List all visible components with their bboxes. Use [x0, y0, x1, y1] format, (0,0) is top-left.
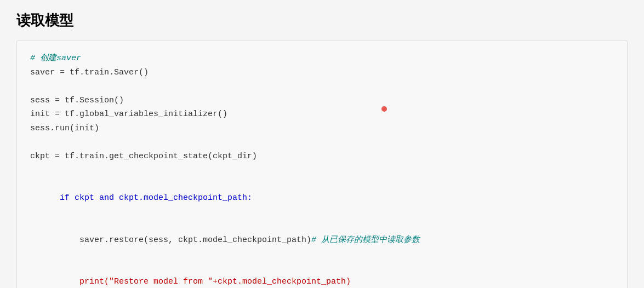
code-empty-1	[30, 79, 614, 94]
code-line-sess: sess = tf.Session()	[30, 94, 614, 108]
code-line-sessrun: sess.run(init)	[30, 122, 614, 136]
code-line-init: init = tf.global_variables_initializer()	[30, 107, 614, 122]
page-container: 读取模型 # 创建saver saver = tf.train.Saver() …	[0, 0, 644, 288]
code-line-restore: saver.restore(sess, ckpt.model_checkpoin…	[30, 219, 614, 261]
code-line-saver: saver = tf.train.Saver()	[30, 66, 614, 80]
code-restore-indent: saver.restore(sess, ckpt.model_checkpoin…	[60, 235, 311, 245]
code-restore-comment: # 从已保存的模型中读取参数	[311, 235, 420, 245]
code-line-print: print("Restore model from "+ckpt.model_c…	[30, 261, 614, 289]
code-print-indent: print("Restore model from "+ckpt.model_c…	[60, 277, 351, 286]
keyword-and-context: ckpt and ckpt.model_checkpoint_path:	[75, 193, 252, 203]
code-line-if: if ckpt and ckpt.model_checkpoint_path:	[30, 177, 614, 220]
keyword-if: if	[60, 193, 75, 203]
page-title: 读取模型	[16, 11, 628, 30]
code-empty-3	[30, 163, 614, 177]
code-line-ckpt: ckpt = tf.train.get_checkpoint_state(ckp…	[30, 149, 614, 164]
code-comment-saver: # 创建saver	[30, 51, 614, 66]
red-dot-indicator	[381, 106, 387, 112]
code-block: # 创建saver saver = tf.train.Saver() sess …	[16, 40, 628, 288]
code-empty-2	[30, 135, 614, 149]
